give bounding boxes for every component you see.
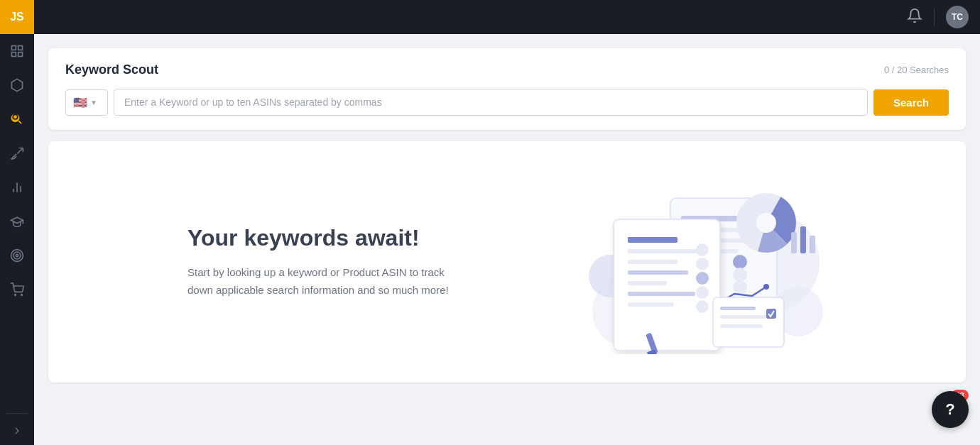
content-area: Keyword Scout 0 / 20 Searches 🇺🇸 ▼ Searc… — [34, 34, 980, 445]
svg-rect-33 — [628, 302, 674, 307]
illustration — [557, 170, 827, 354]
notification-bell-icon[interactable] — [907, 8, 922, 27]
svg-rect-43 — [800, 226, 806, 253]
svg-point-36 — [696, 272, 709, 285]
search-row: 🇺🇸 ▼ Search — [65, 89, 949, 116]
country-selector[interactable]: 🇺🇸 ▼ — [65, 89, 108, 116]
empty-description: Start by looking up a keyword or Product… — [187, 263, 457, 300]
svg-rect-32 — [628, 292, 695, 296]
sidebar-item-analytics[interactable] — [0, 170, 34, 204]
main-content: TC Keyword Scout 0 / 20 Searches 🇺🇸 ▼ Se… — [34, 0, 980, 445]
sidebar-item-keywords[interactable] — [0, 102, 34, 136]
svg-rect-50 — [720, 324, 763, 328]
sidebar-item-training[interactable] — [0, 204, 34, 238]
svg-point-9 — [16, 254, 18, 256]
svg-point-35 — [696, 258, 709, 270]
app-logo: JS — [0, 0, 34, 34]
svg-rect-31 — [628, 281, 667, 285]
svg-rect-0 — [12, 46, 16, 50]
chevron-down-icon: ▼ — [90, 99, 97, 106]
page-title: Keyword Scout — [65, 62, 158, 77]
search-button[interactable]: Search — [873, 89, 949, 116]
svg-rect-3 — [18, 53, 23, 57]
help-button[interactable]: ? — [932, 391, 969, 428]
avatar[interactable]: TC — [946, 6, 969, 28]
empty-content: Your keywords await! Start by looking up… — [187, 170, 827, 354]
sidebar: JS — [0, 0, 34, 445]
svg-rect-30 — [628, 270, 688, 275]
empty-text: Your keywords await! Start by looking up… — [187, 224, 457, 299]
svg-rect-42 — [791, 232, 797, 253]
empty-state-card: Your keywords await! Start by looking up… — [48, 141, 966, 383]
svg-rect-47 — [713, 297, 784, 347]
sidebar-bottom — [0, 410, 34, 445]
sidebar-item-products[interactable] — [0, 68, 34, 102]
svg-rect-28 — [628, 249, 699, 253]
svg-point-23 — [733, 280, 747, 295]
sidebar-item-cart[interactable] — [0, 273, 34, 307]
svg-rect-49 — [720, 315, 770, 319]
topbar: TC — [34, 0, 980, 34]
svg-point-22 — [733, 268, 747, 282]
sidebar-item-dashboard[interactable] — [0, 34, 34, 68]
svg-point-34 — [696, 243, 709, 256]
svg-rect-29 — [628, 260, 677, 264]
svg-point-37 — [696, 286, 709, 299]
scout-header: Keyword Scout 0 / 20 Searches — [65, 62, 949, 77]
sidebar-item-promotions[interactable] — [0, 136, 34, 170]
svg-point-24 — [763, 284, 769, 290]
svg-point-8 — [13, 252, 21, 259]
flag-icon: 🇺🇸 — [73, 96, 87, 109]
keyword-input[interactable] — [114, 89, 868, 116]
sidebar-item-targets[interactable] — [0, 238, 34, 273]
svg-rect-44 — [810, 236, 815, 253]
svg-rect-51 — [766, 309, 776, 319]
search-counter: 0 / 20 Searches — [884, 65, 949, 75]
svg-rect-2 — [12, 53, 16, 57]
svg-rect-1 — [18, 46, 23, 50]
svg-point-38 — [696, 300, 709, 313]
svg-rect-27 — [628, 237, 677, 243]
topbar-divider — [934, 9, 935, 26]
empty-title: Your keywords await! — [187, 224, 457, 251]
sidebar-expand-button[interactable] — [0, 417, 34, 445]
svg-point-11 — [21, 295, 23, 296]
svg-rect-48 — [720, 307, 756, 310]
sidebar-divider — [6, 413, 28, 414]
svg-point-10 — [15, 295, 16, 296]
keyword-scout-card: Keyword Scout 0 / 20 Searches 🇺🇸 ▼ Searc… — [48, 48, 966, 130]
svg-point-21 — [733, 255, 747, 269]
